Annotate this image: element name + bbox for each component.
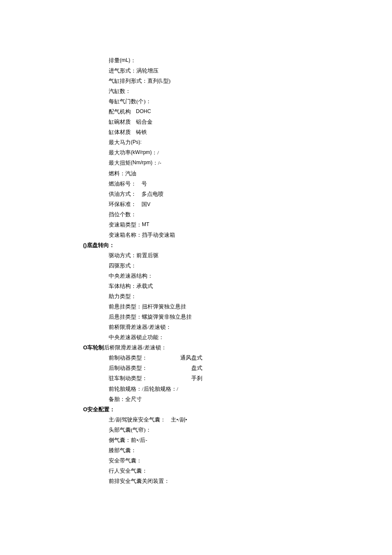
brakes-header: O车轮制后桥限滑差速器/差速锁： <box>83 343 392 353</box>
fuel-number: 燃油标号： 号 <box>109 179 392 189</box>
header-prefix: () <box>83 242 87 248</box>
valves-per-cyl: 每缸气门数(个)： <box>109 96 392 107</box>
awd-form: 四驱形式： <box>109 261 392 271</box>
center-diff: 中央差速器结构： <box>109 271 392 281</box>
max-torque: 最大扭矩(Nm/rpm)：/- <box>109 158 392 168</box>
value: 扭杆弹簧独立悬挂 <box>142 302 186 312</box>
chassis-specs: 驱动方式：前置后驱 四驱形式： 中央差速器结构： 车体结构：承载式 助力类型： … <box>109 250 392 343</box>
unit: (kW/rpm) <box>131 148 152 158</box>
cylinder-count: 汽缸数： <box>109 86 392 96</box>
seatbelt-airbag: 安全带气囊： <box>109 456 392 466</box>
knee-airbag: 膝部气囊： <box>109 445 392 456</box>
value: 铝合金 <box>136 117 153 127</box>
value: 挡手动变速箱 <box>142 230 175 240</box>
pedestrian-airbag: 行人安全气囊： <box>109 466 392 476</box>
intake-form: 进气形式：涡轮增压 <box>109 66 392 76</box>
header-prefix: O <box>83 406 87 413</box>
label: 前排安全气囊关闭装置： <box>109 476 170 486</box>
header-text: 车轮制 <box>87 344 104 351</box>
unit: (Ps): <box>131 137 141 148</box>
unit: (Nm/rpm) <box>131 158 153 168</box>
value: 前•/后- <box>131 435 147 445</box>
brakes-specs: 前制动器类型： 通风盘式 后制动器类型： 盘式 驻车制动类型： 手刹 前轮胎规格… <box>109 353 392 404</box>
front-airbag-off: 前排安全气囊关闭装置： <box>109 476 392 486</box>
label: 每缸气门数(个)： <box>109 96 151 107</box>
transmission-name: 变速箱名称：挡手动变速箱 <box>109 230 392 240</box>
label: 前桥限滑差速器/差速锁： <box>109 322 171 332</box>
label: 缸体材质 <box>109 127 131 137</box>
valve-train: 配气机构 DOHC <box>109 107 392 117</box>
label: 气缸排列形式： <box>109 76 147 86</box>
front-lsd: 前桥限滑差速器/差速锁： <box>109 322 392 332</box>
body-structure: 车体结构：承载式 <box>109 281 392 291</box>
value-pre: 国 <box>141 201 147 207</box>
value: 铸铁 <box>136 127 147 137</box>
front-suspension: 前悬挂类型：扭杆弹簧独立悬挂 <box>109 302 392 312</box>
header-prefix: O <box>83 344 87 351</box>
unit: (mL) <box>120 55 130 66</box>
chassis-header: ()底盘转向： <box>83 240 392 250</box>
safety-header: O安全配置： <box>83 404 392 415</box>
value-latin: (L <box>159 76 163 86</box>
label: 驱动方式： <box>109 250 136 261</box>
parking-brake: 驻车制动类型： 手刹 <box>109 373 202 384</box>
fuel: 燃料：汽油 <box>109 169 392 179</box>
label: 膝部气囊： <box>109 445 136 456</box>
fuel-supply: 供油方式： 多点电喷 <box>109 189 392 199</box>
label: 汽缸数： <box>109 86 131 96</box>
label: 配气机构 <box>109 107 131 117</box>
label: 后悬挂类型： <box>109 312 142 322</box>
label: 头部气囊(气帘)： <box>109 425 151 435</box>
label: 最大功率 <box>109 148 131 158</box>
transmission-type: 变速箱类型：MT <box>109 220 392 230</box>
label: 中央差速器锁止功能： <box>109 332 164 343</box>
value: 螺旋弹簧非独立悬挂 <box>142 312 192 322</box>
label: 前悬挂类型： <box>109 302 142 312</box>
label: 供油方式： <box>109 189 136 199</box>
value: 国V <box>141 199 150 209</box>
value: 盘式 <box>191 363 202 373</box>
gear-count: 挡位个数： <box>109 209 392 220</box>
header-text: 底盘转向： <box>87 242 115 248</box>
safety-specs: 主/副驾驶座安全气囊： 主•/副• 头部气囊(气帘)： 侧气囊：前•/后- 膝部… <box>109 415 392 486</box>
value: 承载式 <box>136 281 153 291</box>
label: 侧气囊： <box>109 435 131 445</box>
tire-spec: 前轮胎规格：/后轮胎规格：/备胎：全尺寸 <box>109 384 181 404</box>
value: 前置后驱 <box>136 250 159 261</box>
rear-brake: 后制动器类型： 盘式 <box>109 363 202 373</box>
label: 环保标准： <box>109 199 136 209</box>
emission-standard: 环保标准： 国V <box>109 199 392 209</box>
suffix: ：/- <box>153 158 161 168</box>
engine-specs: 排量(mL)： 进气形式：涡轮增压 气缸排列形式：直列(L型) 汽缸数： 每缸气… <box>109 55 392 240</box>
value-pre: 直列 <box>147 76 159 86</box>
center-lock: 中央差速器锁止功能： <box>109 332 392 343</box>
label: 行人安全气囊： <box>109 466 147 476</box>
assist-type: 助力类型： <box>109 291 392 302</box>
label: 缸碗材质 <box>109 117 131 127</box>
cylinder-arrangement: 气缸排列形式：直列(L型) <box>109 76 392 86</box>
value: DOHC <box>136 107 151 117</box>
side-airbag: 侧气囊：前•/后- <box>109 435 392 445</box>
main-airbag: 主/副驾驶座安全气囊： 主•/副• <box>109 415 392 425</box>
label: 后制动器类型： <box>109 363 147 373</box>
label: 驻车制动类型： <box>109 373 147 384</box>
max-hp: 最大马力(Ps): <box>109 137 392 148</box>
label: 中央差速器结构： <box>109 271 153 281</box>
label: 车体结构： <box>109 281 136 291</box>
value: 涡轮增压 <box>136 66 159 76</box>
label: 主/副驾驶座安全气囊： <box>109 415 166 425</box>
label: 排量 <box>109 55 120 66</box>
label: 安全带气囊： <box>109 456 142 466</box>
value: 手刹 <box>191 373 202 384</box>
label: 最大马力 <box>109 137 131 148</box>
header-inserted: 后桥限滑差速器/差速锁： <box>104 344 167 351</box>
suffix: ：/ <box>152 148 159 158</box>
block-material: 缸体材质 铸铁 <box>109 127 392 137</box>
value: 通风盘式 <box>180 353 202 363</box>
label: 燃油标号： <box>109 179 136 189</box>
label: 燃料： <box>109 169 125 179</box>
front-brake: 前制动器类型： 通风盘式 <box>109 353 202 363</box>
label: 变速箱名称： <box>109 230 142 240</box>
colon: ： <box>130 55 136 66</box>
label: 变速箱类型： <box>109 220 142 230</box>
